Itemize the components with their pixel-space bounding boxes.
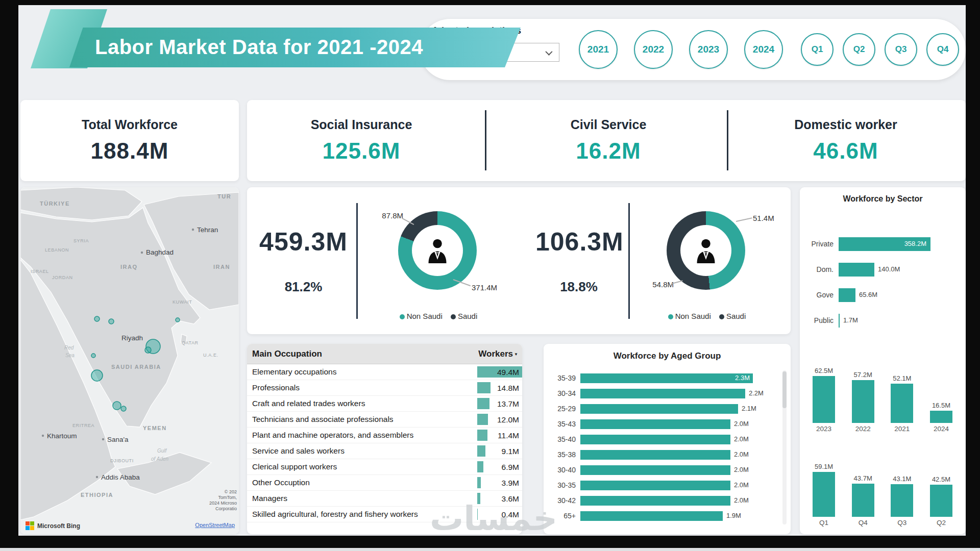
age-bar[interactable] [580,389,745,398]
column: 62.5M2023 [808,365,840,433]
column-bar[interactable] [813,376,835,423]
table-row[interactable]: Elementary occupations49.4M [247,364,522,380]
occupation-data-bar [477,493,480,504]
age-value-label: 2.0M [734,496,749,504]
workers-value: 11.4M [498,428,519,443]
year-button-2023[interactable]: 2023 [689,30,728,69]
age-bar-area: 2.3M [580,373,777,383]
quarter-button-q4[interactable]: Q4 [926,33,959,66]
legend-item-saudi[interactable]: Saudi [451,312,477,320]
aged-row: 30-342.2M [548,386,777,401]
column-bar[interactable] [852,484,874,517]
workers-value: 14.8M [497,380,519,396]
column-bar[interactable] [852,380,874,423]
quarter-button-q3[interactable]: Q3 [885,33,917,66]
openstreetmap-link[interactable]: OpenStreetMap [195,522,235,528]
map-data-bubble[interactable] [176,318,180,322]
quarter-button-q1[interactable]: Q1 [801,33,834,66]
sector-bar[interactable]: 358.2M [839,237,930,251]
year-button-2022[interactable]: 2022 [634,30,673,69]
age-bar-area: 2.0M [580,481,777,490]
map-attribution-line: © 202 [209,489,237,495]
sector-row: Gove65.6M [803,282,963,308]
quarter-button-q2[interactable]: Q2 [843,33,875,66]
legend-item-non-saudi[interactable]: Non Saudi [400,312,443,320]
map-canvas[interactable]: TÜRKIYETURTehranSYRIALEBANONBaghdadIRAQI… [20,187,239,534]
column-value-label: 42.5M [932,475,950,483]
sector-bars: Private358.2MDom.140.0MGove65.6MPublic1.… [803,231,963,333]
kpi-label: Social Insurance [311,117,412,132]
scrollbar[interactable] [782,370,787,524]
workforce-map[interactable]: TÜRKIYETURTehranSYRIALEBANONBaghdadIRAQI… [20,187,239,534]
column: 52.1M2021 [886,365,918,433]
legend-item-non-saudi[interactable]: Non Saudi [668,312,711,320]
year-button-label: 2022 [643,44,664,55]
map-data-bubble[interactable] [94,316,100,321]
workers-value: 12.0M [497,412,519,428]
map-data-bubble[interactable] [109,319,114,324]
age-bar[interactable] [580,435,730,444]
table-row[interactable]: Skilled agricultural, forestry and fishe… [247,507,522,522]
year-button-2024[interactable]: 2024 [744,30,783,69]
sector-bar-area: 1.7M [839,314,963,328]
table-row[interactable]: Professionals14.8M [247,380,522,396]
main-occupation-table: Main Occupation Workers▼ Elementary occu… [247,344,522,534]
map-data-bubble[interactable] [145,347,151,353]
table-row[interactable]: Service and sales workers9.1M [247,443,522,459]
table-row[interactable]: Craft and related trades workers13.7M [247,396,522,412]
age-bar[interactable] [580,450,730,460]
age-bar[interactable] [580,419,730,429]
column-header-occupation[interactable]: Main Occupation [247,349,477,359]
legend-item-saudi[interactable]: Saudi [719,312,746,320]
panel-divider [356,203,358,319]
sector-row: Dom.140.0M [803,257,963,282]
age-bar[interactable] [580,496,730,506]
table-row[interactable]: Technicians and associate professionals1… [247,412,522,428]
age-bar[interactable]: 2.3M [580,373,753,383]
column-bar[interactable] [930,485,952,517]
workers-value: 9.1M [502,443,519,459]
age-bar[interactable] [580,511,723,521]
column-bar[interactable] [813,472,835,517]
map-label: Sea [65,353,75,358]
sector-bar[interactable] [839,263,874,277]
column-bar[interactable] [891,484,913,517]
map-data-bubble[interactable] [91,370,103,381]
microsoft-bing-logo[interactable]: Microsoft Bing [26,521,80,530]
age-bar[interactable] [580,481,730,490]
column: 43.7MQ4 [847,459,879,527]
table-header[interactable]: Main Occupation Workers▼ [247,344,522,364]
workers-cell: 11.4M [477,428,522,443]
kpi-value: 46.6M [813,138,878,164]
column: 57.2M2022 [847,365,879,433]
age-bar[interactable] [580,404,738,414]
legend-dot-teal [400,314,405,319]
map-label: Addis Ababa [101,473,140,481]
column-value-label: 16.5M [932,402,950,409]
workers-cell: 12.0M [477,412,522,427]
map-data-bubble[interactable] [121,406,126,411]
age-bar[interactable] [580,465,730,475]
age-category-label: 30-35 [548,481,580,489]
sector-row: Private358.2M [803,231,963,257]
scrollbar-thumb[interactable] [782,371,787,408]
donut-center [412,225,463,276]
chart-title: Workforce by Sector [800,194,966,204]
map-data-bubble[interactable] [113,402,121,410]
saudization-donut-right[interactable] [667,211,745,290]
year-button-2021[interactable]: 2021 [579,30,618,69]
donut-callout-non-saudi: 51.4M [753,214,774,222]
map-data-bubble[interactable] [91,354,95,358]
table-row[interactable]: Managers3.6M [247,491,522,507]
map-label: QATAR [182,340,199,345]
table-row[interactable]: Other Occuption3.9M [247,475,522,491]
column-bar[interactable] [930,411,952,423]
sector-bar[interactable] [839,314,840,328]
table-row[interactable]: Plant and machine operators, and assembl… [247,428,522,443]
column-header-workers[interactable]: Workers▼ [477,349,522,359]
table-row[interactable]: Clerical support workers6.9M [247,459,522,475]
aged-bars: 35-392.3M30-342.2M25-292.1M35-432.0M35-4… [548,370,777,523]
sector-bar[interactable] [839,288,855,302]
workers-cell: 3.6M [477,491,522,506]
column-bar[interactable] [891,384,913,423]
